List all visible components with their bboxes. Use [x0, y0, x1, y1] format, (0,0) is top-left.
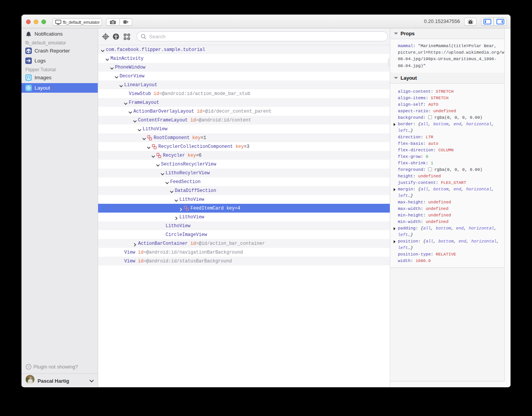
svg-text:?: ? [28, 365, 30, 369]
